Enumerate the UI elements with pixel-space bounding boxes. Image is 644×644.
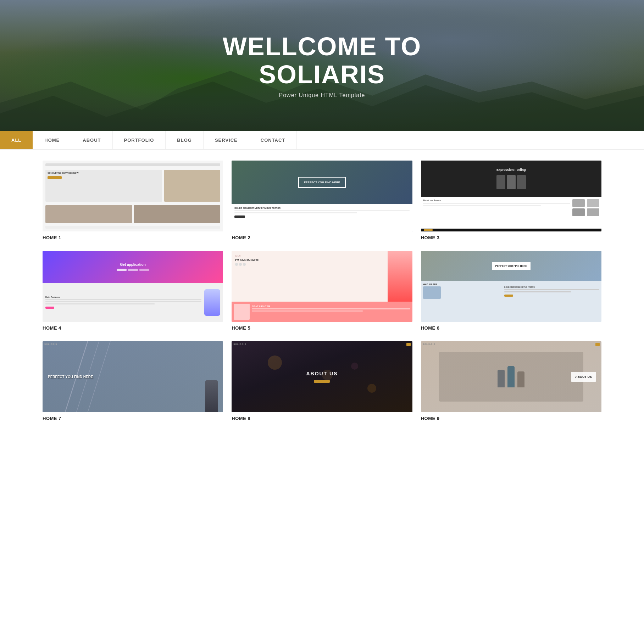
thumb-home5: hello I'M SASHA SMITH [232,251,412,322]
thumb-home3: Expression Feeling About our Agency [421,161,601,231]
thumb-home6-sub: DONEC DIGNISSIM METUS FINIBUS [504,286,599,288]
grid-row-3: PERFECT YOU FIND HERE SOLIARIS HOME 7 AB… [43,341,601,421]
grid-item-home6[interactable]: PERFECT YOU FIND HERE WHO WE ARE DONEC D… [421,251,601,331]
template-grid: CONSULTING SERVICES NOW HOME 1 PERFECT [0,150,644,442]
grid-item-home5[interactable]: hello I'M SASHA SMITH [232,251,412,331]
grid-item-home9[interactable]: ABOUT US SOLIARIS HOME 9 [421,341,601,421]
hero-subtitle: Power Unique HTML Template [223,92,422,99]
thumb-home6-who: WHO WE ARE [423,283,502,285]
grid-row-1: CONSULTING SERVICES NOW HOME 1 PERFECT [43,161,601,240]
thumb-home1-heading: CONSULTING SERVICES NOW [48,172,160,175]
thumb-home9-heading: ABOUT US [575,375,592,379]
nav-filter-service[interactable]: SERVICE [204,131,249,149]
grid-label-home7: HOME 7 [43,416,223,421]
thumb-home5-section: SIGHT ABOUT ME [252,305,410,307]
thumb-home4-heading: Get application [120,263,146,267]
nav-filter-about[interactable]: ABOUT [71,131,112,149]
grid-label-home5: HOME 5 [232,325,412,331]
thumb-home1: CONSULTING SERVICES NOW [43,161,223,231]
grid-item-home7[interactable]: PERFECT YOU FIND HERE SOLIARIS HOME 7 [43,341,223,421]
thumb-home9: ABOUT US SOLIARIS [421,341,601,412]
hero-content: WELLCOME TO SOLIARIS Power Unique HTML T… [223,33,422,99]
grid-item-home3[interactable]: Expression Feeling About our Agency [421,161,601,240]
thumb-home5-cursive: hello [235,254,384,258]
thumb-home7-heading: PERFECT YOU FIND HERE [48,375,218,379]
thumb-home4-feature-title: Main Features [45,296,201,298]
grid-item-home1[interactable]: CONSULTING SERVICES NOW HOME 1 [43,161,223,240]
thumb-home4: Get application Main Features [43,251,223,322]
grid-label-home3: HOME 3 [421,235,601,240]
grid-item-home8[interactable]: ABOUT US SOLIARIS HOME 8 [232,341,412,421]
hero-section: WELLCOME TO SOLIARIS Power Unique HTML T… [0,0,644,131]
thumb-home2-sub: DONEC DIGNISSIM METUS FINIBUS TORTOR [234,207,409,209]
thumb-home3-heading: Expression Feeling [496,168,526,172]
thumb-home2-heading: PERFECT YOU FIND HERE [304,180,340,184]
nav-filter-all[interactable]: ALL [0,131,33,149]
hero-title: WELLCOME TO SOLIARIS [223,33,422,89]
grid-row-2: Get application Main Features [43,251,601,331]
nav-filter-home[interactable]: HOME [33,131,71,149]
grid-label-home8: HOME 8 [232,416,412,421]
thumb-home8-heading: ABOUT US [306,371,338,376]
thumb-home5-name: I'M SASHA SMITH [235,258,384,262]
nav-filter: ALL HOME ABOUT PORTFOLIO BLOG SERVICE CO… [0,131,644,150]
nav-filter-contact[interactable]: CONTACT [249,131,297,149]
grid-label-home4: HOME 4 [43,325,223,331]
grid-item-home4[interactable]: Get application Main Features [43,251,223,331]
grid-label-home9: HOME 9 [421,416,601,421]
nav-filter-blog[interactable]: BLOG [166,131,204,149]
thumb-home7: PERFECT YOU FIND HERE SOLIARIS [43,341,223,412]
nav-filter-portfolio[interactable]: PORTFOLIO [113,131,166,149]
grid-label-home6: HOME 6 [421,325,601,331]
thumb-home6: PERFECT YOU FIND HERE WHO WE ARE DONEC D… [421,251,601,322]
thumb-home8: ABOUT US SOLIARIS [232,341,412,412]
grid-item-home2[interactable]: PERFECT YOU FIND HERE DONEC DIGNISSIM ME… [232,161,412,240]
grid-label-home2: HOME 2 [232,235,412,240]
grid-label-home1: HOME 1 [43,235,223,240]
thumb-home2: PERFECT YOU FIND HERE DONEC DIGNISSIM ME… [232,161,412,231]
thumb-home6-heading: PERFECT YOU FIND HERE [495,264,527,268]
